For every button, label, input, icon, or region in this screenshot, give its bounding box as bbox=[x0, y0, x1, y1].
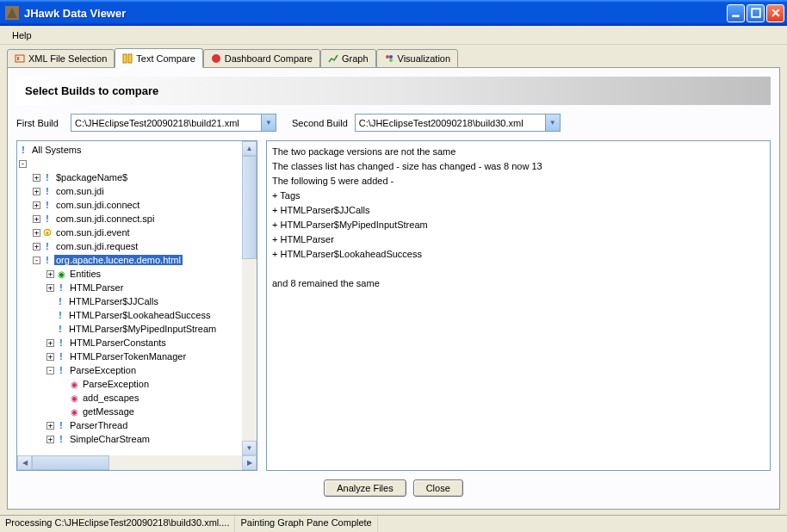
second-build-input[interactable] bbox=[356, 116, 545, 130]
tab-dashboard-compare[interactable]: Dashboard Compare bbox=[203, 49, 320, 68]
tab-visualization[interactable]: Visualization bbox=[376, 49, 459, 68]
tree-node[interactable]: +!com.sun.jdi.request bbox=[19, 239, 255, 253]
svg-point-7 bbox=[389, 59, 393, 62]
method-icon: ◉ bbox=[70, 380, 78, 388]
tree-node[interactable]: +⦿com.sun.jdi.event bbox=[19, 226, 255, 239]
tab-label: Dashboard Compare bbox=[225, 53, 313, 64]
scroll-right-button[interactable]: ▶ bbox=[242, 455, 257, 470]
method-icon: ◉ bbox=[70, 407, 78, 416]
analyze-files-button[interactable]: Analyze Files bbox=[324, 479, 406, 497]
expand-icon[interactable]: + bbox=[33, 201, 40, 209]
tree-node[interactable]: +!SimpleCharStream bbox=[19, 432, 255, 446]
tree-node[interactable]: ◉getMessage bbox=[19, 405, 255, 418]
maximize-button[interactable] bbox=[747, 4, 765, 22]
tab-xml-file-selection[interactable]: XML File Selection bbox=[7, 49, 115, 68]
expand-icon[interactable]: + bbox=[33, 174, 40, 182]
window-titlebar: JHawk Data Viewer ✕ bbox=[0, 0, 787, 26]
tree-node[interactable]: +!com.sun.jdi.connect.spi bbox=[19, 212, 255, 226]
tree-node-label: getMessage bbox=[81, 406, 136, 417]
menubar: Help bbox=[0, 26, 787, 45]
scroll-thumb[interactable] bbox=[242, 156, 257, 259]
window-title: JHawk Data Viewer bbox=[24, 7, 727, 20]
vertical-scrollbar[interactable]: ▲ ▼ bbox=[242, 141, 257, 455]
tree-node[interactable]: +!HTMLParserConstants bbox=[19, 336, 255, 350]
expand-icon[interactable]: + bbox=[46, 422, 54, 430]
first-build-combo[interactable]: ▼ bbox=[71, 114, 276, 132]
tree-pane: !All Systems-+!$packageName$+!com.sun.jd… bbox=[16, 140, 257, 471]
tree-node[interactable]: !HTMLParser$MyPipedInputStream bbox=[19, 322, 255, 336]
tree-node[interactable]: -!ParseException bbox=[19, 363, 255, 377]
tree-node[interactable]: ◉add_escapes bbox=[19, 391, 255, 405]
first-build-input[interactable] bbox=[71, 116, 261, 130]
package-icon: ! bbox=[57, 352, 65, 361]
package-icon: ! bbox=[57, 435, 65, 443]
tree-expand-root[interactable]: - bbox=[19, 157, 255, 170]
tree-node[interactable]: ◉ParseException bbox=[19, 377, 255, 391]
package-icon: ! bbox=[56, 297, 65, 306]
root-icon: ! bbox=[19, 145, 28, 154]
second-build-label: Second Build bbox=[292, 118, 348, 128]
tree-node-label: HTMLParserConstants bbox=[68, 337, 168, 348]
tree-node-label: HTMLParser$MyPipedInputStream bbox=[67, 324, 218, 334]
tree-node[interactable]: +!com.sun.jdi.connect bbox=[19, 198, 255, 212]
tree-node[interactable]: +!com.sun.jdi bbox=[19, 184, 255, 198]
compare-line: and 8 remained the same bbox=[272, 276, 765, 291]
tree-node[interactable]: !HTMLParser$LookaheadSuccess bbox=[19, 308, 255, 322]
tree-node-label: HTMLParser$LookaheadSuccess bbox=[67, 310, 212, 320]
scroll-up-button[interactable]: ▲ bbox=[242, 141, 257, 156]
expand-icon[interactable]: + bbox=[33, 229, 40, 237]
close-button[interactable]: ✕ bbox=[766, 4, 784, 22]
expand-icon[interactable]: + bbox=[33, 243, 40, 251]
minimize-button[interactable] bbox=[727, 4, 745, 22]
dash-icon bbox=[211, 53, 221, 64]
compare-text-pane: The two package versions are not the sam… bbox=[266, 140, 771, 471]
package-tree[interactable]: !All Systems-+!$packageName$+!com.sun.jd… bbox=[17, 141, 257, 448]
expand-icon[interactable]: + bbox=[46, 284, 54, 292]
expand-icon[interactable]: + bbox=[46, 436, 54, 443]
tree-node[interactable]: +!$packageName$ bbox=[19, 170, 255, 184]
expand-icon[interactable]: + bbox=[33, 188, 40, 195]
package-icon: ! bbox=[56, 311, 65, 319]
tab-strip: XML File SelectionText CompareDashboard … bbox=[7, 48, 780, 68]
close-panel-button[interactable]: Close bbox=[413, 479, 463, 497]
expand-icon[interactable]: + bbox=[46, 353, 54, 361]
tree-node-label: com.sun.jdi.connect.spi bbox=[54, 213, 156, 224]
scroll-left-button[interactable]: ◀ bbox=[17, 455, 32, 470]
scroll-down-button[interactable]: ▼ bbox=[242, 441, 257, 455]
expand-icon[interactable]: + bbox=[46, 339, 54, 347]
tab-graph[interactable]: Graph bbox=[320, 49, 376, 68]
expand-icon[interactable]: + bbox=[33, 215, 40, 223]
svg-rect-3 bbox=[123, 54, 127, 63]
tree-node-label: add_escapes bbox=[81, 393, 140, 403]
svg-point-5 bbox=[212, 54, 220, 63]
expand-icon[interactable]: + bbox=[46, 270, 54, 278]
tree-node-label: SimpleCharStream bbox=[68, 434, 152, 444]
svg-point-8 bbox=[389, 55, 393, 59]
first-build-dropdown-button[interactable]: ▼ bbox=[261, 114, 276, 131]
tree-node[interactable]: +!ParserThread bbox=[19, 418, 255, 432]
tree-node-label: com.sun.jdi bbox=[54, 186, 106, 196]
status-processing: Processing C:\JHEclipseTest20090218\buil… bbox=[0, 516, 235, 532]
horizontal-scrollbar[interactable]: ◀ ▶ bbox=[17, 455, 257, 470]
tree-node[interactable]: -!org.apache.lucene.demo.html bbox=[19, 253, 255, 267]
tab-text-compare[interactable]: Text Compare bbox=[115, 48, 202, 68]
tree-node[interactable]: +◉Entities bbox=[19, 267, 255, 281]
package-icon: ! bbox=[43, 242, 52, 251]
tree-root[interactable]: !All Systems bbox=[19, 143, 255, 157]
collapse-icon[interactable]: - bbox=[46, 367, 54, 374]
multi-icon: ⦿ bbox=[43, 228, 52, 237]
help-menu[interactable]: Help bbox=[5, 28, 39, 43]
collapse-icon[interactable]: - bbox=[19, 160, 27, 168]
tree-node-label: HTMLParser$JJCalls bbox=[67, 296, 160, 306]
scroll-thumb-h[interactable] bbox=[32, 455, 109, 470]
package-icon: ! bbox=[56, 325, 65, 333]
collapse-icon[interactable]: - bbox=[33, 257, 40, 264]
tree-node[interactable]: +!HTMLParser bbox=[19, 281, 255, 294]
second-build-dropdown-button[interactable]: ▼ bbox=[545, 114, 560, 131]
class-icon: ◉ bbox=[57, 269, 65, 278]
tree-node-label: com.sun.jdi.connect bbox=[54, 200, 141, 210]
tree-node[interactable]: !HTMLParser$JJCalls bbox=[19, 294, 255, 308]
tree-node[interactable]: +!HTMLParserTokenManager bbox=[19, 350, 255, 363]
svg-rect-0 bbox=[732, 15, 739, 16]
second-build-combo[interactable]: ▼ bbox=[355, 114, 561, 132]
